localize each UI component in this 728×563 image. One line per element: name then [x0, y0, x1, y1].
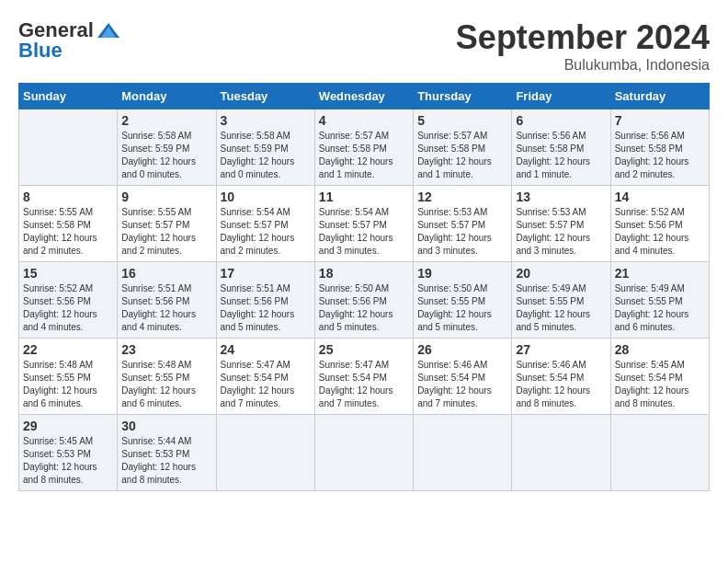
day-number: 12 [417, 190, 507, 204]
table-row [19, 109, 118, 186]
calendar-week-row: 2 Sunrise: 5:58 AM Sunset: 5:59 PM Dayli… [19, 109, 710, 186]
day-info: Sunrise: 5:58 AM Sunset: 5:59 PM Dayligh… [221, 130, 311, 181]
page-header: General Blue September 2024 Bulukumba, I… [18, 18, 710, 74]
day-info: Sunrise: 5:56 AM Sunset: 5:58 PM Dayligh… [516, 130, 606, 181]
day-info: Sunrise: 5:53 AM Sunset: 5:57 PM Dayligh… [417, 206, 507, 258]
table-row: 30 Sunrise: 5:44 AM Sunset: 5:53 PM Dayl… [118, 415, 216, 491]
day-info: Sunrise: 5:48 AM Sunset: 5:55 PM Dayligh… [23, 359, 113, 410]
col-friday: Friday [512, 84, 610, 109]
day-number: 23 [121, 342, 211, 357]
day-number: 26 [417, 342, 507, 357]
table-row: 15 Sunrise: 5:52 AM Sunset: 5:56 PM Dayl… [19, 262, 118, 339]
day-number: 2 [121, 113, 211, 128]
col-thursday: Thursday [414, 84, 512, 109]
table-row: 7 Sunrise: 5:56 AM Sunset: 5:58 PM Dayli… [610, 109, 709, 186]
table-row: 26 Sunrise: 5:46 AM Sunset: 5:54 PM Dayl… [414, 339, 512, 415]
table-row: 13 Sunrise: 5:53 AM Sunset: 5:57 PM Dayl… [512, 186, 610, 262]
day-number: 29 [23, 419, 113, 433]
table-row: 11 Sunrise: 5:54 AM Sunset: 5:57 PM Dayl… [314, 186, 413, 262]
day-number: 22 [23, 342, 113, 357]
calendar: Sunday Monday Tuesday Wednesday Thursday… [18, 83, 710, 491]
day-number: 4 [319, 113, 409, 128]
day-info: Sunrise: 5:46 AM Sunset: 5:54 PM Dayligh… [417, 359, 507, 410]
day-info: Sunrise: 5:46 AM Sunset: 5:54 PM Dayligh… [516, 359, 606, 410]
table-row: 29 Sunrise: 5:45 AM Sunset: 5:53 PM Dayl… [19, 415, 118, 491]
day-info: Sunrise: 5:53 AM Sunset: 5:57 PM Dayligh… [516, 206, 606, 258]
day-info: Sunrise: 5:44 AM Sunset: 5:53 PM Dayligh… [121, 435, 211, 487]
col-monday: Monday [118, 84, 216, 109]
calendar-week-row: 15 Sunrise: 5:52 AM Sunset: 5:56 PM Dayl… [19, 262, 710, 339]
table-row [414, 415, 512, 491]
day-number: 18 [319, 266, 409, 281]
title-block: September 2024 Bulukumba, Indonesia [456, 18, 710, 74]
day-info: Sunrise: 5:55 AM Sunset: 5:57 PM Dayligh… [121, 206, 211, 258]
day-info: Sunrise: 5:52 AM Sunset: 5:56 PM Dayligh… [23, 282, 113, 334]
day-info: Sunrise: 5:57 AM Sunset: 5:58 PM Dayligh… [417, 130, 507, 181]
calendar-week-row: 8 Sunrise: 5:55 AM Sunset: 5:58 PM Dayli… [19, 186, 710, 262]
day-info: Sunrise: 5:50 AM Sunset: 5:56 PM Dayligh… [319, 282, 409, 334]
day-info: Sunrise: 5:54 AM Sunset: 5:57 PM Dayligh… [319, 206, 409, 258]
month-title: September 2024 [456, 18, 710, 57]
day-number: 19 [417, 266, 507, 281]
col-wednesday: Wednesday [314, 84, 413, 109]
table-row: 9 Sunrise: 5:55 AM Sunset: 5:57 PM Dayli… [118, 186, 216, 262]
table-row: 10 Sunrise: 5:54 AM Sunset: 5:57 PM Dayl… [216, 186, 314, 262]
table-row: 4 Sunrise: 5:57 AM Sunset: 5:58 PM Dayli… [314, 109, 413, 186]
day-number: 3 [221, 113, 311, 128]
table-row: 8 Sunrise: 5:55 AM Sunset: 5:58 PM Dayli… [19, 186, 118, 262]
day-number: 10 [221, 190, 311, 204]
day-info: Sunrise: 5:58 AM Sunset: 5:59 PM Dayligh… [121, 130, 211, 181]
logo: General Blue [18, 18, 121, 63]
table-row: 17 Sunrise: 5:51 AM Sunset: 5:56 PM Dayl… [216, 262, 314, 339]
table-row: 19 Sunrise: 5:50 AM Sunset: 5:55 PM Dayl… [414, 262, 512, 339]
table-row: 22 Sunrise: 5:48 AM Sunset: 5:55 PM Dayl… [19, 339, 118, 415]
location: Bulukumba, Indonesia [456, 57, 710, 74]
day-info: Sunrise: 5:49 AM Sunset: 5:55 PM Dayligh… [615, 282, 705, 334]
day-number: 28 [615, 342, 705, 357]
day-number: 8 [23, 190, 113, 204]
day-number: 6 [516, 113, 606, 128]
day-info: Sunrise: 5:45 AM Sunset: 5:54 PM Dayligh… [615, 359, 705, 410]
day-number: 7 [615, 113, 705, 128]
day-number: 30 [121, 419, 211, 433]
table-row [216, 415, 314, 491]
day-number: 20 [516, 266, 606, 281]
table-row: 14 Sunrise: 5:52 AM Sunset: 5:56 PM Dayl… [610, 186, 709, 262]
day-number: 24 [221, 342, 311, 357]
day-number: 15 [23, 266, 113, 281]
table-row: 20 Sunrise: 5:49 AM Sunset: 5:55 PM Dayl… [512, 262, 610, 339]
table-row: 5 Sunrise: 5:57 AM Sunset: 5:58 PM Dayli… [414, 109, 512, 186]
day-number: 25 [319, 342, 409, 357]
day-number: 13 [516, 190, 606, 204]
day-number: 17 [221, 266, 311, 281]
day-number: 27 [516, 342, 606, 357]
day-info: Sunrise: 5:50 AM Sunset: 5:55 PM Dayligh… [417, 282, 507, 334]
table-row: 3 Sunrise: 5:58 AM Sunset: 5:59 PM Dayli… [216, 109, 314, 186]
table-row [512, 415, 610, 491]
table-row [610, 415, 709, 491]
table-row: 6 Sunrise: 5:56 AM Sunset: 5:58 PM Dayli… [512, 109, 610, 186]
table-row: 25 Sunrise: 5:47 AM Sunset: 5:54 PM Dayl… [314, 339, 413, 415]
table-row: 18 Sunrise: 5:50 AM Sunset: 5:56 PM Dayl… [314, 262, 413, 339]
day-number: 21 [615, 266, 705, 281]
day-info: Sunrise: 5:48 AM Sunset: 5:55 PM Dayligh… [121, 359, 211, 410]
table-row: 16 Sunrise: 5:51 AM Sunset: 5:56 PM Dayl… [118, 262, 216, 339]
day-info: Sunrise: 5:49 AM Sunset: 5:55 PM Dayligh… [516, 282, 606, 334]
table-row: 27 Sunrise: 5:46 AM Sunset: 5:54 PM Dayl… [512, 339, 610, 415]
table-row: 28 Sunrise: 5:45 AM Sunset: 5:54 PM Dayl… [610, 339, 709, 415]
day-info: Sunrise: 5:54 AM Sunset: 5:57 PM Dayligh… [221, 206, 311, 258]
logo-icon [96, 21, 121, 40]
table-row: 23 Sunrise: 5:48 AM Sunset: 5:55 PM Dayl… [118, 339, 216, 415]
calendar-week-row: 29 Sunrise: 5:45 AM Sunset: 5:53 PM Dayl… [19, 415, 710, 491]
col-saturday: Saturday [610, 84, 709, 109]
table-row: 21 Sunrise: 5:49 AM Sunset: 5:55 PM Dayl… [610, 262, 709, 339]
day-number: 9 [121, 190, 211, 204]
day-number: 14 [615, 190, 705, 204]
col-sunday: Sunday [19, 84, 118, 109]
day-number: 5 [417, 113, 507, 128]
day-info: Sunrise: 5:51 AM Sunset: 5:56 PM Dayligh… [221, 282, 311, 334]
table-row: 12 Sunrise: 5:53 AM Sunset: 5:57 PM Dayl… [414, 186, 512, 262]
day-number: 16 [121, 266, 211, 281]
day-info: Sunrise: 5:52 AM Sunset: 5:56 PM Dayligh… [615, 206, 705, 258]
calendar-header-row: Sunday Monday Tuesday Wednesday Thursday… [19, 84, 710, 109]
